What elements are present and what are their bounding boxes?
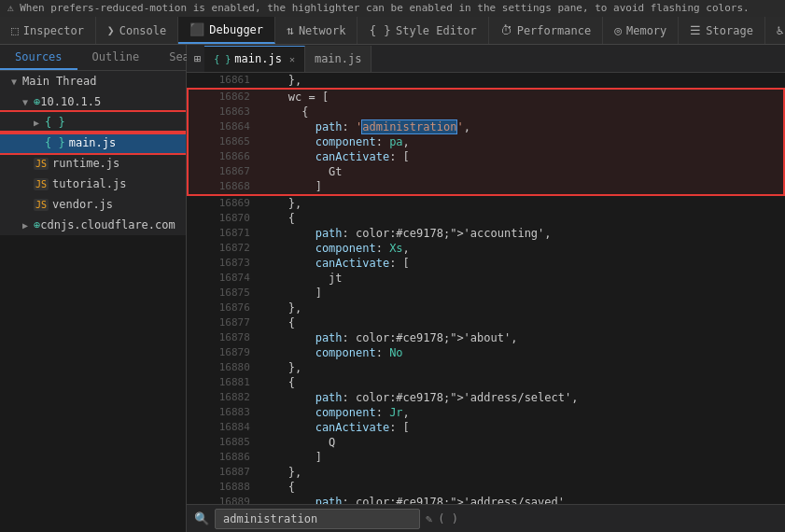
folder-icon: { } — [45, 116, 65, 129]
tab-performance[interactable]: ⏱ Performance — [489, 17, 603, 44]
tab-storage[interactable]: ☰ Storage — [679, 17, 765, 44]
file-item-runtime[interactable]: JS runtime.js — [0, 153, 186, 174]
table-row: 16886 ] — [188, 450, 784, 465]
table-row: 16880 }, — [188, 360, 784, 375]
sources-tab-label: Sources — [15, 50, 63, 63]
line-code: path: color:#ce9178;">'address/saved', — [258, 495, 784, 504]
line-code: canActivate: [ — [258, 256, 784, 271]
line-number: 16885 — [188, 435, 258, 450]
table-row: 16865 component: pa, — [188, 134, 784, 149]
storage-label: Storage — [706, 24, 753, 37]
memory-icon: ◎ — [614, 23, 622, 37]
sources-tab-sources[interactable]: Sources — [0, 45, 77, 70]
table-row: 16876 }, — [188, 301, 784, 315]
file-item-main-js[interactable]: { } main.js — [0, 133, 186, 153]
panel-icon[interactable]: ⊞ — [190, 46, 204, 72]
editor-tab-label-2: main.js — [315, 52, 362, 65]
search-icon: 🔍 — [194, 511, 209, 525]
line-code: path: color:#ce9178;">'about', — [258, 330, 784, 345]
code-editor[interactable]: 16861 },16862 wc = [16863 {16864 path: '… — [187, 73, 785, 504]
debugger-label: Debugger — [209, 23, 263, 36]
table-row: 16885 Q — [188, 435, 784, 450]
line-number: 16865 — [188, 134, 258, 149]
js-icon-tutorial: JS — [34, 178, 49, 190]
table-row: 16884 canActivate: [ — [188, 420, 784, 435]
line-number: 16877 — [188, 315, 258, 330]
domain-label: 10.10.1.5 — [40, 95, 101, 108]
table-row: 16861 }, — [188, 73, 784, 89]
table-row: 16863 { — [188, 105, 784, 119]
file-label-tutorial: tutorial.js — [52, 177, 126, 190]
line-number: 16886 — [188, 450, 258, 465]
table-row: 16883 component: Jr, — [188, 405, 784, 420]
editor-tab-icon-1: { } — [214, 54, 231, 64]
line-code: jt — [258, 271, 784, 286]
line-number: 16876 — [188, 301, 258, 315]
tab-debugger[interactable]: ⬛ Debugger — [178, 17, 275, 44]
domain-cloudflare[interactable]: ▶ ⊕ cdnjs.cloudflare.com — [0, 215, 186, 235]
line-code: ] — [258, 450, 784, 465]
tab-memory[interactable]: ◎ Memory — [603, 17, 679, 44]
cloudflare-globe-icon: ⊕ — [34, 218, 40, 231]
sources-tabs: Sources Outline Search — [0, 45, 186, 71]
line-number: 16883 — [188, 405, 258, 420]
tab-console[interactable]: ❯ Console — [96, 17, 178, 44]
line-number: 16889 — [188, 495, 258, 504]
line-code: component: Jr, — [258, 405, 784, 420]
line-code: Gt — [258, 164, 784, 179]
line-code: }, — [258, 465, 784, 480]
search-input[interactable] — [215, 509, 420, 529]
tab-inspector[interactable]: ⬚ Inspector — [0, 17, 96, 44]
folder-item[interactable]: ▶ { } — [0, 112, 186, 133]
search-regex-icon: ( ) — [438, 512, 458, 525]
domain-item[interactable]: ▼ ⊕ 10.10.1.5 — [0, 91, 186, 112]
file-item-tutorial[interactable]: JS tutorial.js — [0, 174, 186, 194]
network-icon: ⇅ — [287, 23, 294, 37]
line-code: }, — [258, 360, 784, 375]
table-row: 16869 }, — [188, 195, 784, 211]
accessibility-icon: ♿ — [777, 23, 784, 37]
table-row: 16887 }, — [188, 465, 784, 480]
file-item-vendor[interactable]: JS vendor.js — [0, 194, 186, 215]
tab-network[interactable]: ⇅ Network — [275, 17, 357, 44]
line-code: component: Xs, — [258, 241, 784, 256]
line-number: 16879 — [188, 345, 258, 360]
line-number: 16864 — [188, 119, 258, 134]
style-editor-label: Style Editor — [396, 24, 477, 37]
table-row: 16877 { — [188, 315, 784, 330]
line-number: 16881 — [188, 375, 258, 390]
line-number: 16862 — [188, 89, 258, 105]
js-icon-runtime: JS — [34, 158, 49, 170]
console-label: Console — [119, 24, 167, 37]
close-tab-button-1[interactable]: ✕ — [289, 54, 295, 64]
line-number: 16868 — [188, 179, 258, 195]
line-number: 16887 — [188, 465, 258, 480]
table-row: 16862 wc = [ — [188, 89, 784, 105]
table-row: 16888 { — [188, 480, 784, 495]
file-braces-icon: { } — [45, 136, 65, 149]
line-number: 16874 — [188, 271, 258, 286]
line-code: }, — [258, 195, 784, 211]
memory-label: Memory — [626, 24, 666, 37]
performance-icon: ⏱ — [500, 23, 512, 37]
line-number: 16866 — [188, 149, 258, 164]
line-number: 16870 — [188, 211, 258, 226]
main-toolbar: ⬚ Inspector ❯ Console ⬛ Debugger ⇅ Netwo… — [0, 17, 785, 45]
line-number: 16863 — [188, 105, 258, 119]
js-icon-vendor: JS — [34, 199, 49, 211]
line-number: 16861 — [188, 73, 258, 89]
sources-tab-outline[interactable]: Outline — [77, 45, 155, 70]
notification-text: ⚠ When prefers-reduced-motion is enabled… — [7, 2, 750, 14]
line-code: { — [258, 375, 784, 390]
thread-item[interactable]: ▼ Main Thread — [0, 71, 186, 91]
console-icon: ❯ — [107, 23, 115, 37]
cloudflare-arrow: ▶ — [22, 220, 34, 231]
tab-style-editor[interactable]: { } Style Editor — [357, 17, 488, 44]
line-code: canActivate: [ — [258, 420, 784, 435]
line-code: wc = [ — [258, 89, 784, 105]
editor-tab-main-js-active[interactable]: { } main.js ✕ — [204, 46, 305, 72]
line-code: ] — [258, 179, 784, 195]
table-row: 16866 canActivate: [ — [188, 149, 784, 164]
editor-tab-main-js-inactive[interactable]: main.js — [305, 46, 372, 72]
tab-accessibility[interactable]: ♿ Accessibility — [765, 17, 785, 44]
